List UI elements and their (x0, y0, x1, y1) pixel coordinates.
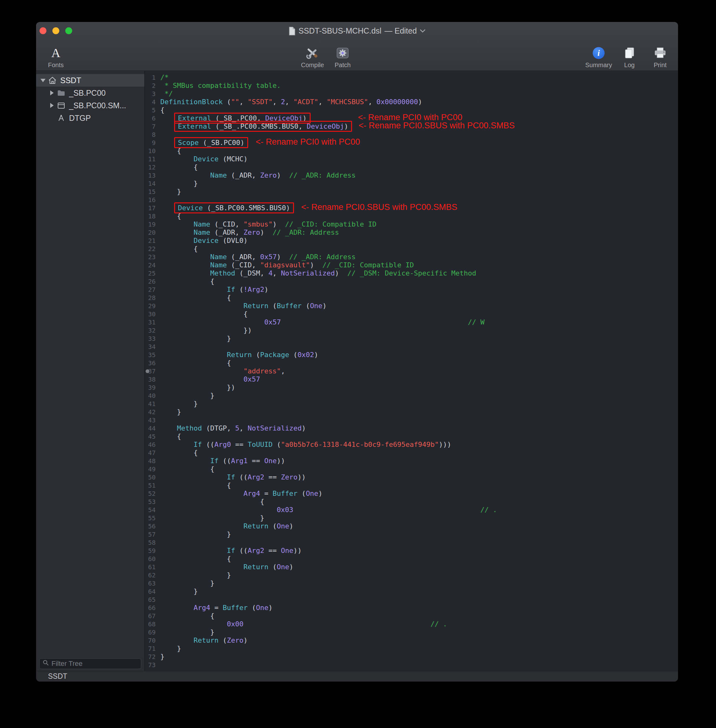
line-number: 30 (145, 310, 160, 318)
line-number: 25 (145, 269, 160, 278)
code-line: 61 Return (One) (145, 563, 678, 571)
code-line: 58 (145, 538, 678, 547)
code-line: 47 { (145, 449, 678, 457)
code-line: 57 } (145, 530, 678, 538)
tree-item-label: _SB.PC00.SM... (69, 101, 126, 110)
line-number: 40 (145, 391, 160, 400)
line-number: 66 (145, 604, 160, 612)
code-line: 29 Return (Buffer (One) (145, 302, 678, 310)
status-bar: SSDT (36, 671, 678, 681)
line-number: 55 (145, 514, 160, 522)
traffic-lights (39, 27, 72, 34)
code-editor[interactable]: 1/*2 * SMBus compatibility table.3 */4De… (145, 71, 678, 671)
line-number: 42 (145, 408, 160, 416)
code-line: 25 Method (_DSM, 4, NotSerialized) // _D… (145, 269, 678, 278)
line-number: 39 (145, 384, 160, 391)
sidebar-item-sb-pc00-sm[interactable]: _SB.PC00.SM... (36, 99, 144, 112)
line-number: 4 (145, 98, 160, 106)
code-line: 49 { (145, 465, 678, 473)
code-line: 32 }) (145, 326, 678, 335)
log-pages-icon (623, 46, 636, 61)
compile-tools-icon (305, 46, 320, 61)
chevron-down-icon[interactable] (420, 29, 425, 33)
line-number: 69 (145, 628, 160, 636)
summary-button[interactable]: i Summary (585, 42, 612, 71)
line-number: 15 (145, 188, 160, 196)
code-line: 11 Device (MCHC) (145, 155, 678, 163)
log-button[interactable]: Log (616, 42, 643, 71)
line-number: 28 (145, 294, 160, 302)
line-number: 52 (145, 490, 160, 497)
line-number: 26 (145, 278, 160, 285)
code-line: 4DefinitionBlock ("", "SSDT", 2, "ACDT",… (145, 98, 678, 106)
line-number: 20 (145, 229, 160, 237)
window-title: SSDT-SBUS-MCHC.dsl (299, 26, 382, 35)
sidebar-item-ssdt[interactable]: SSDT (36, 74, 144, 86)
code-line: 67 { (145, 612, 678, 620)
print-button[interactable]: Print (647, 42, 674, 71)
toolbar: A Fonts (36, 40, 678, 71)
line-number: 44 (145, 424, 160, 432)
line-number: 9 (145, 139, 160, 147)
tree-item-label: SSDT (60, 76, 81, 85)
code-line: 7 External (_SB_.PC00.SMBS.BUS0, DeviceO… (145, 122, 678, 130)
code-line: 34 (145, 343, 678, 351)
code-line: 20 Name (_ADR, Zero) // _ADR: Address (145, 229, 678, 237)
printer-icon (653, 46, 667, 61)
code-line: 64 } (145, 587, 678, 596)
code-line: 45 { (145, 432, 678, 441)
code-line: 19 Name (_CID, "smbus") // _CID: Compati… (145, 220, 678, 229)
zoom-button[interactable] (65, 27, 72, 34)
house-icon (47, 76, 58, 84)
document-proxy-icon[interactable] (289, 27, 296, 35)
code-line: 70 Return (Zero) (145, 636, 678, 645)
line-number: 18 (145, 212, 160, 220)
line-number: 11 (145, 155, 160, 163)
line-number: 53 (145, 497, 160, 506)
filter-placeholder: Filter Tree (52, 660, 82, 668)
line-number: 60 (145, 555, 160, 563)
line-number: 23 (145, 253, 160, 261)
fonts-button[interactable]: A Fonts (42, 42, 69, 71)
line-number: 13 (145, 171, 160, 179)
code-line: 27 If (!Arg2) (145, 285, 678, 294)
line-number: 54 (145, 506, 160, 514)
method-icon (56, 114, 66, 122)
annotation-text: <- Rename PCI0.SBUS with PC00.SMBS (301, 203, 457, 211)
line-number: 49 (145, 465, 160, 473)
folder-icon (56, 90, 66, 96)
line-number: 1 (145, 73, 160, 82)
code-line: 52 Arg4 = Buffer (One) (145, 490, 678, 497)
code-line: 30 { (145, 310, 678, 318)
line-number: 45 (145, 432, 160, 441)
info-icon: i (593, 46, 605, 61)
close-button[interactable] (39, 27, 46, 34)
code-line: 62 } (145, 571, 678, 579)
window-chrome: SSDT-SBUS-MCHC.dsl — Edited A Fonts (36, 22, 678, 71)
code-line: 68 0x00 // . (145, 620, 678, 628)
line-number: 51 (145, 481, 160, 490)
line-number: 71 (145, 645, 160, 653)
sidebar-item-sb-pc00[interactable]: _SB.PC00 (36, 86, 144, 99)
code-line: 43 (145, 416, 678, 424)
filter-tree-field[interactable]: Filter Tree (39, 658, 141, 669)
line-number: 2 (145, 82, 160, 90)
disclosure-down-icon[interactable] (40, 79, 46, 82)
disclosure-right-icon[interactable] (49, 103, 55, 108)
line-number: 22 (145, 245, 160, 253)
line-number: 32 (145, 326, 160, 335)
compile-button[interactable]: Compile (299, 42, 326, 71)
code-line: 14 } (145, 179, 678, 188)
minimize-button[interactable] (52, 27, 59, 34)
line-number: 21 (145, 237, 160, 245)
code-line: 1/* (145, 73, 678, 82)
sidebar-item-dtgp[interactable]: DTGP (36, 112, 144, 124)
line-number: 47 (145, 449, 160, 457)
code-line: 28 { (145, 294, 678, 302)
line-number: 43 (145, 416, 160, 424)
code-line: 2 * SMBus compatibility table. (145, 82, 678, 90)
disclosure-right-icon[interactable] (49, 90, 55, 96)
patch-button[interactable]: Patch (329, 42, 356, 71)
code-line: 53 { (145, 497, 678, 506)
line-number: 29 (145, 302, 160, 310)
